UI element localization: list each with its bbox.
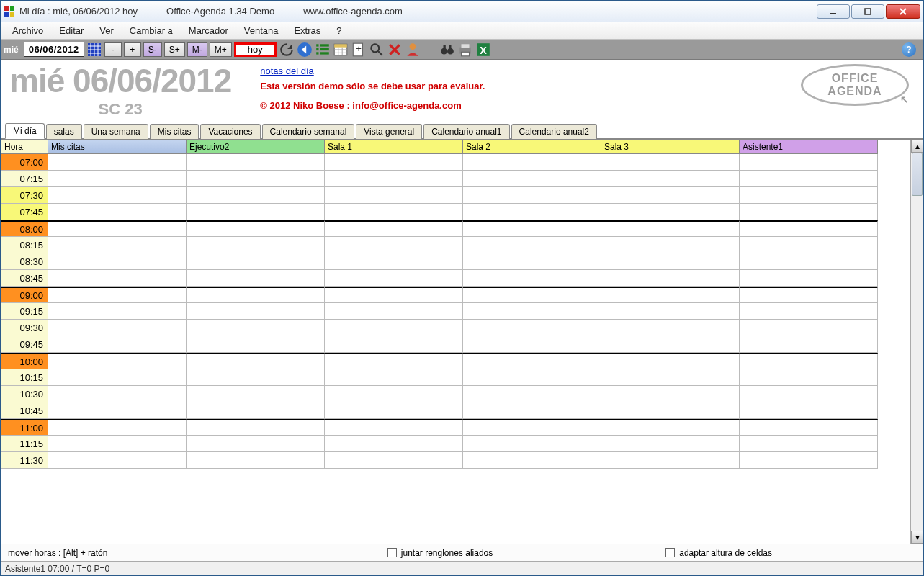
schedule-cell[interactable] bbox=[463, 171, 601, 187]
schedule-cell[interactable] bbox=[740, 253, 878, 270]
toolbar-date-field[interactable]: 06/06/2012 bbox=[24, 42, 84, 57]
schedule-cell[interactable] bbox=[187, 369, 325, 386]
scroll-thumb[interactable] bbox=[912, 153, 923, 196]
schedule-cell[interactable] bbox=[740, 237, 878, 253]
schedule-cell[interactable] bbox=[463, 237, 601, 253]
schedule-cell[interactable] bbox=[601, 369, 740, 386]
col-header-sala1[interactable]: Sala 1 bbox=[325, 140, 463, 154]
scroll-track[interactable] bbox=[911, 153, 923, 531]
col-header-mis-citas[interactable]: Mis citas bbox=[48, 140, 187, 154]
schedule-cell[interactable] bbox=[187, 270, 325, 287]
schedule-cell[interactable] bbox=[740, 270, 878, 287]
col-header-sala3[interactable]: Sala 3 bbox=[601, 140, 740, 154]
schedule-cell[interactable] bbox=[48, 303, 187, 320]
schedule-cell[interactable] bbox=[325, 419, 463, 436]
schedule-cell[interactable] bbox=[187, 452, 325, 469]
schedule-cell[interactable] bbox=[48, 220, 187, 237]
refresh-icon[interactable] bbox=[279, 42, 295, 58]
schedule-cell[interactable] bbox=[187, 204, 325, 220]
schedule-cell[interactable] bbox=[601, 154, 740, 171]
schedule-cell[interactable] bbox=[740, 353, 878, 369]
time-cell[interactable]: 07:30 bbox=[1, 187, 48, 204]
schedule-cell[interactable] bbox=[601, 171, 740, 187]
menu-marcador[interactable]: Marcador bbox=[181, 23, 236, 38]
schedule-cell[interactable] bbox=[740, 154, 878, 171]
schedule-cell[interactable] bbox=[463, 320, 601, 336]
schedule-cell[interactable] bbox=[601, 204, 740, 220]
schedule-cell[interactable] bbox=[187, 436, 325, 452]
tab-calendario-anual2[interactable]: Calendario anual2 bbox=[511, 124, 597, 139]
time-cell[interactable]: 08:15 bbox=[1, 237, 48, 253]
schedule-cell[interactable] bbox=[601, 452, 740, 469]
schedule-cell[interactable] bbox=[325, 171, 463, 187]
schedule-cell[interactable] bbox=[48, 436, 187, 452]
schedule-cell[interactable] bbox=[48, 386, 187, 402]
list-icon[interactable] bbox=[315, 42, 331, 58]
schedule-cell[interactable] bbox=[463, 287, 601, 303]
next-week-button[interactable]: S+ bbox=[164, 42, 185, 57]
schedule-cell[interactable] bbox=[740, 187, 878, 204]
schedule-cell[interactable] bbox=[187, 320, 325, 336]
checkbox-juntar-renglones[interactable]: juntar renglones aliados bbox=[387, 548, 493, 558]
schedule-cell[interactable] bbox=[187, 253, 325, 270]
schedule-cell[interactable] bbox=[325, 287, 463, 303]
schedule-cell[interactable] bbox=[601, 386, 740, 402]
time-cell[interactable]: 09:00 bbox=[1, 287, 48, 303]
schedule-cell[interactable] bbox=[601, 320, 740, 336]
schedule-cell[interactable] bbox=[740, 204, 878, 220]
time-cell[interactable]: 11:30 bbox=[1, 452, 48, 469]
schedule-cell[interactable] bbox=[740, 386, 878, 402]
schedule-cell[interactable] bbox=[463, 353, 601, 369]
search-icon[interactable] bbox=[369, 42, 385, 58]
schedule-cell[interactable] bbox=[601, 187, 740, 204]
time-cell[interactable]: 10:15 bbox=[1, 369, 48, 386]
menu-extras[interactable]: Extras bbox=[287, 23, 328, 38]
tab-calendario-anual1[interactable]: Calendario anual1 bbox=[423, 124, 509, 139]
time-cell[interactable]: 08:00 bbox=[1, 220, 48, 237]
schedule-cell[interactable] bbox=[740, 220, 878, 237]
checkbox-adaptar-altura[interactable]: adaptar altura de celdas bbox=[665, 548, 772, 558]
schedule-cell[interactable] bbox=[325, 320, 463, 336]
schedule-cell[interactable] bbox=[325, 303, 463, 320]
schedule-cell[interactable] bbox=[463, 402, 601, 419]
delete-icon[interactable] bbox=[387, 42, 403, 58]
time-cell[interactable]: 07:45 bbox=[1, 204, 48, 220]
schedule-cell[interactable] bbox=[48, 154, 187, 171]
time-cell[interactable]: 08:45 bbox=[1, 270, 48, 287]
schedule-cell[interactable] bbox=[48, 336, 187, 353]
calendar-icon[interactable] bbox=[333, 42, 349, 58]
schedule-cell[interactable] bbox=[48, 253, 187, 270]
schedule-cell[interactable] bbox=[48, 402, 187, 419]
menu-help[interactable]: ? bbox=[329, 23, 349, 38]
binoculars-icon[interactable] bbox=[439, 42, 455, 58]
schedule-cell[interactable] bbox=[740, 452, 878, 469]
schedule-cell[interactable] bbox=[48, 270, 187, 287]
schedule-cell[interactable] bbox=[187, 287, 325, 303]
schedule-cell[interactable] bbox=[601, 303, 740, 320]
schedule-cell[interactable] bbox=[325, 353, 463, 369]
scroll-up-button[interactable]: ▴ bbox=[911, 140, 923, 153]
col-header-ejecutivo2[interactable]: Ejecutivo2 bbox=[187, 140, 325, 154]
schedule-cell[interactable] bbox=[463, 204, 601, 220]
schedule-cell[interactable] bbox=[601, 419, 740, 436]
today-button[interactable]: hoy bbox=[234, 42, 277, 57]
time-cell[interactable]: 10:45 bbox=[1, 402, 48, 419]
schedule-cell[interactable] bbox=[187, 386, 325, 402]
time-cell[interactable]: 09:30 bbox=[1, 320, 48, 336]
schedule-cell[interactable] bbox=[48, 353, 187, 369]
calendar-grid-icon[interactable] bbox=[86, 42, 102, 58]
prev-month-button[interactable]: M- bbox=[187, 42, 207, 57]
schedule-cell[interactable] bbox=[740, 419, 878, 436]
schedule-cell[interactable] bbox=[463, 303, 601, 320]
schedule-cell[interactable] bbox=[740, 303, 878, 320]
tab-calendario-semanal[interactable]: Calendario semanal bbox=[262, 124, 355, 139]
notes-link[interactable]: notas del día bbox=[260, 66, 313, 76]
schedule-cell[interactable] bbox=[48, 237, 187, 253]
time-cell[interactable]: 10:00 bbox=[1, 353, 48, 369]
new-item-icon[interactable]: + bbox=[351, 42, 367, 58]
close-button[interactable] bbox=[886, 4, 920, 19]
minimize-button[interactable] bbox=[817, 4, 850, 19]
col-header-sala2[interactable]: Sala 2 bbox=[463, 140, 601, 154]
time-cell[interactable]: 10:30 bbox=[1, 386, 48, 402]
schedule-cell[interactable] bbox=[187, 336, 325, 353]
